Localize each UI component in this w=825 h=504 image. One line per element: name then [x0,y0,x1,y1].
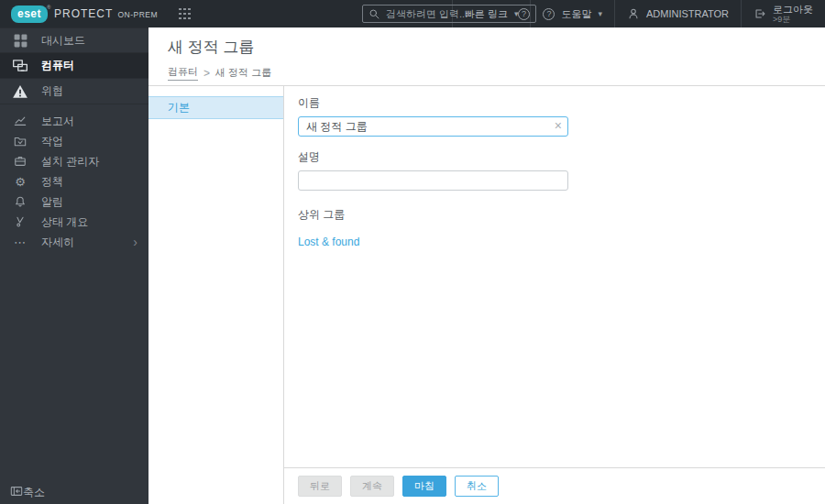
search-input[interactable] [386,8,512,19]
sidebar-item-tasks[interactable]: 작업 [0,131,148,151]
sidebar-item-more[interactable]: ⋯ 자세히 › [0,232,148,252]
sidebar-divider [0,104,148,111]
dots-3x3-icon [179,8,182,11]
user-menu[interactable]: ADMINISTRATOR [614,0,741,27]
sidebar-item-label: 작업 [41,134,63,149]
sidebar-item-dashboard[interactable]: 대시보드 [0,27,148,53]
user-label: ADMINISTRATOR [646,8,729,19]
computers-icon [10,58,30,74]
wizard-steps-panel: 기본 [148,86,284,504]
sidebar-item-label: 정책 [41,174,63,190]
breadcrumb-current: 새 정적 그룹 [215,66,271,80]
brand: eset® PROTECT ON-PREM [0,5,191,23]
description-input[interactable] [298,170,568,191]
sidebar-item-computers[interactable]: 컴퓨터 [0,53,148,79]
chevron-right-icon: › [133,235,138,249]
parent-group-label: 상위 그룹 [298,207,825,223]
collapse-icon [10,485,23,500]
breadcrumb-separator: > [204,67,210,80]
sidebar-item-label: 상태 개요 [41,214,88,230]
installers-icon [10,155,30,168]
eset-logo: eset® [11,5,48,23]
sidebar-item-label: 위협 [41,83,63,99]
search-help-icon[interactable]: ? [518,8,530,20]
user-icon [627,7,640,20]
dashboard-icon [10,33,30,49]
finish-button[interactable]: 마침 [402,476,446,497]
form-area: 이름 × 설명 상위 그룹 Lost & found [284,86,825,467]
breadcrumb: 컴퓨터 > 새 정적 그룹 [168,65,825,81]
wizard-content: 기본 이름 × 설명 상위 그룹 Lost & found 뒤로 계속 마침 [148,86,825,504]
clear-icon[interactable]: × [555,118,562,133]
logout-button[interactable]: 로그아웃 >9분 [741,0,825,27]
help-icon: ? [543,8,555,20]
description-input-wrap [298,170,568,191]
name-label: 이름 [298,95,825,111]
reports-icon [10,115,30,127]
sidebar-item-label: 알림 [41,194,63,210]
sidebar-item-label: 자세히 [41,235,74,250]
sidebar-item-label: 설치 관리자 [41,154,99,170]
sidebar: 대시보드 컴퓨터 위협 보고서 작업 설치 관리자 ⚙ 정책 [0,27,148,504]
registered-mark: ® [47,5,51,10]
sidebar-item-installers[interactable]: 설치 관리자 [0,151,148,171]
logout-label: 로그아웃 [773,4,813,16]
sidebar-item-notifications[interactable]: 알림 [0,192,148,212]
tasks-icon [10,135,30,148]
parent-group-link[interactable]: Lost & found [298,236,359,248]
cancel-button[interactable]: 취소 [455,476,499,497]
sidebar-item-label: 컴퓨터 [41,58,74,73]
main-panel: 새 정적 그룹 컴퓨터 > 새 정적 그룹 기본 이름 × 설명 상위 그룹 [148,27,825,504]
page-header: 새 정적 그룹 컴퓨터 > 새 정적 그룹 [148,27,825,86]
wizard-step-basic[interactable]: 기본 [148,96,283,119]
sidebar-item-label: 대시보드 [41,33,85,49]
sidebar-item-reports[interactable]: 보고서 [0,111,148,131]
search-box[interactable]: ? [362,5,536,23]
product-name: PROTECT [54,7,113,20]
notifications-icon [10,195,30,208]
help-label: 도움말 [561,7,591,21]
sidebar-collapse-button[interactable]: 축소 [0,480,148,504]
collapse-label: 축소 [23,485,45,500]
name-input[interactable] [298,116,568,137]
session-timer: >9분 [773,15,813,24]
name-input-wrap: × [298,116,568,137]
help-menu[interactable]: ? 도움말 ▾ [530,0,614,27]
description-label: 설명 [298,149,825,165]
wizard-footer: 뒤로 계속 마침 취소 [284,467,825,504]
sidebar-item-threats[interactable]: 위협 [0,79,148,104]
sidebar-item-label: 보고서 [41,114,74,129]
chevron-down-icon: ▾ [598,9,602,18]
policies-icon: ⚙ [10,176,30,188]
page-title: 새 정적 그룹 [168,37,825,58]
breadcrumb-parent-link[interactable]: 컴퓨터 [168,65,198,81]
topbar: eset® PROTECT ON-PREM ? 빠른 링크 ▾ ? 도움말 ▾ … [0,0,825,27]
eset-logo-text: eset [17,7,41,20]
product-edition: ON-PREM [117,8,158,19]
continue-button[interactable]: 계속 [350,476,394,497]
logout-icon [754,7,766,20]
status-overview-icon [10,215,30,228]
more-icon: ⋯ [10,236,30,248]
search-icon [368,8,380,20]
app-grid-icon[interactable] [179,8,191,20]
sidebar-item-status-overview[interactable]: 상태 개요 [0,212,148,232]
back-button[interactable]: 뒤로 [298,476,342,497]
form-column: 이름 × 설명 상위 그룹 Lost & found 뒤로 계속 마침 취소 [284,86,825,504]
sidebar-item-policies[interactable]: ⚙ 정책 [0,171,148,192]
threats-icon [10,83,30,100]
